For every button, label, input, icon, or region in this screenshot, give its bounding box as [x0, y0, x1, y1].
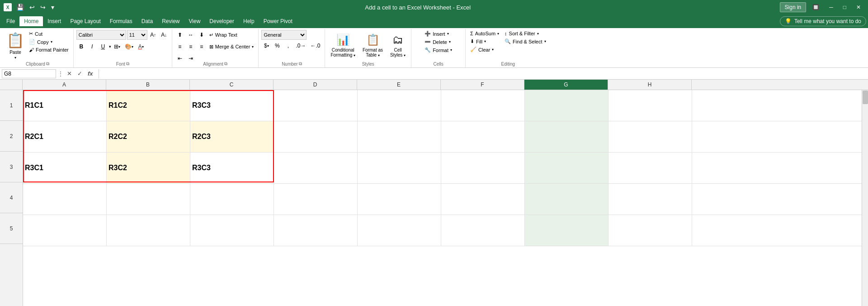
cell-f2[interactable]	[441, 121, 525, 152]
cell-a1[interactable]: R1C1	[23, 90, 107, 121]
wrap-text-button[interactable]: ↵ Wrap Text	[208, 31, 239, 39]
cell-b2[interactable]: R2C2	[107, 121, 190, 152]
cell-c4[interactable]	[190, 184, 274, 215]
align-top-button[interactable]: ⬆	[175, 30, 185, 40]
cell-f4[interactable]	[441, 184, 525, 215]
col-header-g[interactable]: G	[524, 80, 608, 90]
cell-c3[interactable]: R3C3	[190, 153, 274, 183]
format-as-table-button[interactable]: 📋 Format asTable ▾	[360, 30, 386, 61]
col-header-a[interactable]: A	[23, 80, 106, 90]
underline-button[interactable]: U	[98, 42, 108, 52]
cell-a3[interactable]: R3C1	[23, 153, 107, 183]
row-header-2[interactable]: 2	[0, 121, 23, 152]
save-button[interactable]: 💾	[14, 3, 26, 12]
scroll-thumb[interactable]	[863, 91, 868, 104]
align-bottom-button[interactable]: ⬇	[197, 30, 207, 40]
align-right-button[interactable]: ≡	[197, 42, 207, 52]
clear-button[interactable]: 🧹 Clear ▾	[468, 46, 501, 53]
cell-styles-button[interactable]: 🗂 CellStyles ▾	[387, 30, 408, 61]
number-expand-icon[interactable]: ⧉	[299, 61, 302, 67]
cell-b3[interactable]: R3C2	[107, 153, 190, 183]
menu-data[interactable]: Data	[137, 16, 157, 26]
fill-color-button[interactable]: 🎨▾	[123, 42, 135, 52]
cell-b4[interactable]	[107, 184, 190, 215]
name-box[interactable]	[2, 69, 56, 78]
cell-a5[interactable]	[23, 215, 107, 246]
decrease-font-button[interactable]: A↓	[159, 30, 169, 40]
bold-button[interactable]: B	[76, 42, 86, 52]
cell-g3[interactable]	[525, 153, 609, 183]
cell-g1[interactable]	[525, 90, 609, 121]
cell-h1[interactable]	[609, 90, 692, 121]
underline-dropdown[interactable]: ▾	[109, 44, 111, 49]
cut-button[interactable]: ✂ Cut	[27, 30, 71, 38]
decrease-decimal-button[interactable]: ←.0	[308, 41, 322, 51]
menu-page-layout[interactable]: Page Layout	[66, 16, 105, 26]
font-color-button[interactable]: A ▾	[136, 42, 146, 52]
cell-h5[interactable]	[609, 215, 692, 246]
cell-d4[interactable]	[274, 184, 358, 215]
cell-h2[interactable]	[609, 121, 692, 152]
italic-button[interactable]: I	[87, 42, 97, 52]
cell-c2[interactable]: R2C3	[190, 121, 274, 152]
format-painter-button[interactable]: 🖌 Format Painter	[27, 46, 71, 53]
menu-help[interactable]: Help	[239, 16, 259, 26]
cell-b1[interactable]: R1C2	[107, 90, 190, 121]
col-header-b[interactable]: B	[106, 80, 190, 90]
more-options-icon[interactable]: ⋮	[58, 71, 63, 77]
col-header-c[interactable]: C	[190, 80, 274, 90]
row-header-1[interactable]: 1	[0, 90, 23, 121]
cell-g4[interactable]	[525, 184, 609, 215]
format-cells-button[interactable]: 🔧 Format ▾	[423, 46, 454, 54]
cell-d2[interactable]	[274, 121, 358, 152]
cell-d1[interactable]	[274, 90, 358, 121]
increase-font-button[interactable]: A↑	[148, 30, 158, 40]
cell-g5[interactable]	[525, 215, 609, 246]
row-header-3[interactable]: 3	[0, 152, 23, 182]
cell-d5[interactable]	[274, 215, 358, 246]
sign-in-button[interactable]: Sign in	[780, 2, 807, 12]
menu-developer[interactable]: Developer	[205, 16, 239, 26]
insert-function-button[interactable]: fx	[86, 70, 95, 77]
cell-b5[interactable]	[107, 215, 190, 246]
maximize-button[interactable]: □	[840, 3, 850, 11]
cell-d3[interactable]	[274, 153, 358, 183]
col-header-h[interactable]: H	[608, 80, 692, 90]
close-button[interactable]: ✕	[853, 3, 864, 11]
tell-me-box[interactable]: 💡 Tell me what you want to do	[780, 16, 866, 26]
row-header-4[interactable]: 4	[0, 182, 23, 213]
copy-button[interactable]: 📄 Copy ▾	[27, 38, 71, 46]
insert-cells-button[interactable]: ➕ Insert ▾	[423, 30, 454, 38]
ribbon-display-button[interactable]: 🔲	[809, 3, 823, 11]
delete-cells-button[interactable]: ➖ Delete ▾	[423, 38, 454, 46]
increase-decimal-button[interactable]: .0→	[294, 41, 307, 51]
cell-g2[interactable]	[525, 121, 609, 152]
cell-a4[interactable]	[23, 184, 107, 215]
cell-f1[interactable]	[441, 90, 525, 121]
menu-home[interactable]: Home	[19, 16, 43, 26]
col-header-f[interactable]: F	[441, 80, 524, 90]
cell-c5[interactable]	[190, 215, 274, 246]
cell-f5[interactable]	[441, 215, 525, 246]
currency-button[interactable]: $▾	[261, 41, 271, 51]
percent-button[interactable]: %	[272, 41, 282, 51]
sort-filter-button[interactable]: ↕ Sort & Filter ▾	[503, 30, 547, 37]
menu-file[interactable]: File	[2, 16, 19, 26]
clipboard-expand-icon[interactable]: ⧉	[46, 61, 49, 67]
cell-h4[interactable]	[609, 184, 692, 215]
align-left-button[interactable]: ≡	[175, 42, 185, 52]
minimize-button[interactable]: ─	[826, 3, 837, 11]
menu-view[interactable]: View	[184, 16, 205, 26]
cell-a2[interactable]: R2C1	[23, 121, 107, 152]
align-center-button[interactable]: ≡	[186, 42, 196, 52]
conditional-formatting-button[interactable]: 📊 ConditionalFormatting ▾	[328, 30, 358, 61]
customize-button[interactable]: ▾	[49, 3, 56, 12]
vertical-scrollbar[interactable]	[862, 90, 868, 306]
font-family-select[interactable]: Calibri	[76, 30, 126, 40]
col-header-e[interactable]: E	[357, 80, 441, 90]
font-size-select[interactable]: 11	[127, 30, 147, 40]
menu-review[interactable]: Review	[157, 16, 184, 26]
merge-center-button[interactable]: ⊠ Merge & Center ▾	[208, 43, 256, 51]
confirm-formula-button[interactable]: ✓	[75, 70, 84, 77]
menu-power-pivot[interactable]: Power Pivot	[259, 16, 297, 26]
